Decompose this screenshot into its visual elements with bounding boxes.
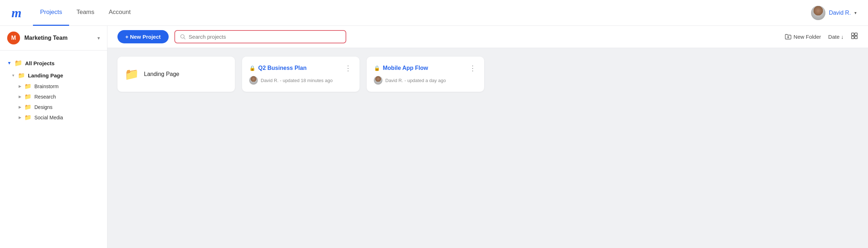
meta-text-mobile: David R. - updated a day ago (385, 78, 446, 83)
search-container (174, 30, 346, 43)
more-menu-mobile[interactable]: ⋮ (469, 64, 477, 72)
avatar (811, 6, 825, 20)
project-card-q2[interactable]: 🔒 Q2 Business Plan ⋮ David R. - updated … (242, 57, 360, 92)
svg-rect-5 (855, 33, 857, 35)
logo: m (11, 5, 21, 20)
svg-line-1 (184, 38, 185, 39)
new-folder-button[interactable]: New Folder (785, 34, 821, 40)
folder-card-landing-page[interactable]: 📁 Landing Page (117, 57, 235, 92)
tree-triangle-brainstorm-icon: ▶ (19, 84, 21, 88)
sidebar-item-designs[interactable]: ▶ 📁 Designs (0, 102, 107, 112)
nav-tabs: Projects Teams Account (33, 0, 138, 25)
folder-landing-page-icon: 📁 (18, 72, 25, 79)
date-sort-button[interactable]: Date ↓ (828, 34, 844, 40)
folder-research-icon: 📁 (24, 93, 32, 100)
avatar-image (811, 6, 825, 20)
folder-icon: 📁 (14, 59, 22, 67)
team-selector[interactable]: M Marketing Team ▾ (0, 26, 107, 51)
project-card-header: 🔒 Q2 Business Plan ⋮ (249, 64, 352, 72)
top-nav: m Projects Teams Account David R. ▾ (0, 0, 868, 26)
new-folder-label: New Folder (794, 34, 821, 40)
svg-rect-4 (852, 33, 854, 35)
project-card-inner-mobile: 🔒 Mobile App Flow ⋮ David R. - updated a… (374, 64, 477, 85)
project-title-q2: Q2 Business Plan (258, 65, 307, 71)
sidebar-nav: ▼ 📁 All Projects ▼ 📁 Landing Page ▶ 📁 Br… (0, 51, 107, 248)
new-folder-icon (785, 34, 791, 40)
tree-triangle-social-icon: ▶ (19, 115, 21, 119)
meta-avatar-mobile (374, 76, 382, 85)
grid-view-button[interactable] (851, 32, 858, 41)
sidebar-item-social-media[interactable]: ▶ 📁 Social Media (0, 112, 107, 123)
tab-account[interactable]: Account (102, 0, 138, 26)
search-icon (180, 34, 186, 40)
search-input[interactable] (189, 34, 341, 40)
all-projects-label: All Projects (25, 60, 55, 66)
sidebar-item-landing-page[interactable]: ▼ 📁 Landing Page (0, 70, 107, 81)
user-menu[interactable]: David R. ▾ (811, 6, 857, 20)
svg-rect-6 (852, 36, 854, 39)
lock-icon: 🔒 (249, 65, 255, 71)
more-menu-q2[interactable]: ⋮ (344, 64, 352, 72)
sidebar-label-research: Research (34, 94, 56, 100)
project-card-mobile[interactable]: 🔒 Mobile App Flow ⋮ David R. - updated a… (367, 57, 484, 92)
svg-rect-7 (855, 36, 857, 39)
toolbar: + New Project New Folder (107, 26, 868, 48)
sidebar-label-designs: Designs (34, 104, 53, 110)
folder-social-media-icon: 📁 (24, 114, 32, 121)
dropdown-arrow-icon: ▾ (97, 35, 100, 41)
project-meta-mobile: David R. - updated a day ago (374, 76, 477, 85)
folder-brainstorm-icon: 📁 (24, 83, 32, 90)
project-card-header-mobile: 🔒 Mobile App Flow ⋮ (374, 64, 477, 72)
sidebar: M Marketing Team ▾ ▼ 📁 All Projects ▼ 📁 … (0, 26, 107, 248)
folder-card-name: Landing Page (144, 71, 179, 77)
lock-icon-mobile: 🔒 (374, 65, 380, 71)
toolbar-right: New Folder Date ↓ (785, 32, 858, 41)
tab-teams[interactable]: Teams (69, 0, 101, 26)
folder-large-icon: 📁 (125, 67, 139, 81)
tree-triangle-designs-icon: ▶ (19, 105, 21, 109)
team-name: Marketing Team (24, 35, 93, 41)
new-project-button[interactable]: + New Project (117, 30, 169, 43)
tree-item-label: Landing Page (28, 72, 63, 78)
main-container: M Marketing Team ▾ ▼ 📁 All Projects ▼ 📁 … (0, 26, 868, 248)
folder-designs-icon: 📁 (24, 104, 32, 110)
sidebar-item-brainstorm[interactable]: ▶ 📁 Brainstorm (0, 81, 107, 91)
project-title-row: 🔒 Q2 Business Plan (249, 65, 307, 71)
triangle-down-icon: ▼ (7, 61, 11, 66)
sort-arrow-icon: ↓ (841, 34, 844, 40)
tree-triangle-icon: ▼ (11, 73, 15, 77)
project-card-inner: 🔒 Q2 Business Plan ⋮ David R. - updated … (249, 64, 352, 85)
user-name: David R. (829, 10, 851, 16)
sidebar-label-brainstorm: Brainstorm (34, 84, 59, 89)
projects-grid: 📁 Landing Page 🔒 Q2 Business Plan ⋮ (107, 48, 868, 100)
date-sort-label: Date (828, 34, 840, 40)
project-title-row-mobile: 🔒 Mobile App Flow (374, 65, 428, 71)
project-meta-q2: David R. - updated 18 minutes ago (249, 76, 352, 85)
all-projects-row[interactable]: ▼ 📁 All Projects (0, 56, 107, 70)
tab-projects[interactable]: Projects (33, 0, 69, 26)
project-title-mobile: Mobile App Flow (383, 65, 428, 71)
meta-text-q2: David R. - updated 18 minutes ago (261, 78, 333, 83)
sidebar-item-research[interactable]: ▶ 📁 Research (0, 91, 107, 102)
team-avatar: M (7, 32, 20, 44)
tree-triangle-research-icon: ▶ (19, 95, 21, 99)
sidebar-label-social-media: Social Media (34, 115, 63, 120)
chevron-down-icon: ▾ (854, 10, 857, 15)
grid-icon (851, 32, 858, 39)
content-area: + New Project New Folder (107, 26, 868, 248)
meta-avatar-q2 (249, 76, 258, 85)
